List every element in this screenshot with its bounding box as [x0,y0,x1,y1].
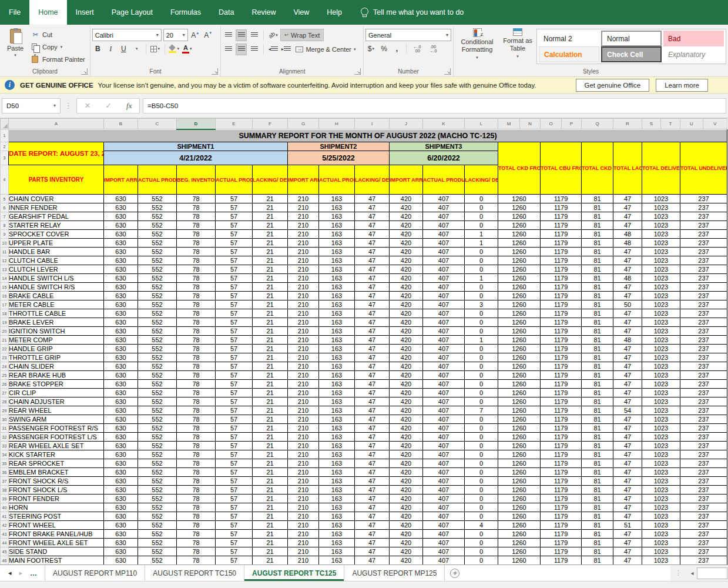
align-middle-button[interactable] [236,29,247,41]
cell[interactable]: 163 [319,433,355,442]
row-number[interactable]: 1 [1,129,9,142]
cell[interactable]: 1023 [642,327,680,336]
cell[interactable]: 81 [582,274,613,283]
cell[interactable]: 420 [390,486,423,495]
cell[interactable]: 47 [355,477,390,486]
part-name-cell[interactable]: STARTER RELAY [9,221,104,230]
cell[interactable]: 1023 [642,450,680,459]
cell[interactable]: 78 [177,424,216,433]
cancel-icon[interactable]: ✕ [84,101,90,110]
cell[interactable]: 420 [390,265,423,274]
cell[interactable]: 407 [423,283,465,292]
cell[interactable]: 0 [465,353,498,362]
cell[interactable]: 552 [138,495,177,503]
total-ckd-header-cell[interactable]: TOTAL CKD FROM SHIPMENT 1-3 AS OF 08/23/… [498,142,541,195]
cell[interactable]: 407 [423,389,465,397]
cell[interactable]: 47 [613,459,642,468]
cell[interactable]: 47 [613,265,642,274]
cell[interactable]: 78 [177,274,216,283]
cell[interactable]: 552 [138,389,177,397]
number-dialog-launcher[interactable]: ↘ [444,68,451,75]
cell[interactable]: 1260 [498,212,541,221]
cell[interactable]: 57 [216,521,253,530]
cell[interactable]: 57 [216,195,253,203]
cell[interactable]: 210 [288,203,319,212]
cell[interactable]: 1179 [541,248,582,256]
cell[interactable]: 407 [423,221,465,230]
row-number[interactable]: 8 [1,221,9,230]
shipment1-date-cell[interactable]: 4/21/2022 [104,151,288,165]
cell[interactable]: 163 [319,300,355,309]
header-cell[interactable]: ACTUAL PRODUCTION/ CBU [138,165,177,195]
cell[interactable]: 407 [423,442,465,450]
cell[interactable]: 47 [355,265,390,274]
part-name-cell[interactable]: REAR BRAKE HUB [9,371,104,380]
ribbon-tab-insert[interactable]: Insert [67,0,103,25]
cell[interactable]: 0 [465,556,498,565]
cell[interactable]: 1260 [498,300,541,309]
cell[interactable]: 57 [216,389,253,397]
cell[interactable]: 552 [138,274,177,283]
cell[interactable]: 163 [319,424,355,433]
cell[interactable]: 552 [138,265,177,274]
cell[interactable]: 1179 [541,530,582,539]
cell[interactable]: 21 [253,327,288,336]
number-format-select[interactable]: General ▾ [365,29,451,41]
ribbon-tab-review[interactable]: Review [243,0,284,25]
cell[interactable]: 47 [355,309,390,318]
cell[interactable]: 21 [253,415,288,424]
cell[interactable]: 1023 [642,397,680,406]
cell[interactable]: 81 [582,433,613,442]
column-header-G[interactable]: G [288,119,319,129]
column-header-T[interactable]: T [661,119,680,129]
cell[interactable]: 163 [319,283,355,292]
formula-input[interactable]: =B50-C50 [143,98,726,113]
part-name-cell[interactable]: SIDE STAND [9,547,104,556]
cell[interactable]: 78 [177,353,216,362]
cell[interactable]: 1023 [642,477,680,486]
tell-me-box[interactable]: Tell me what you want to do [360,0,464,25]
cell[interactable]: 237 [680,424,727,433]
cell[interactable]: 1260 [498,353,541,362]
insert-function-icon[interactable]: fx [126,101,132,111]
column-header-L[interactable]: L [465,119,498,129]
cell[interactable]: 50 [613,300,642,309]
cell[interactable]: 21 [253,212,288,221]
bold-button[interactable]: B [92,43,103,55]
cell[interactable]: 210 [288,433,319,442]
cell[interactable]: 163 [319,389,355,397]
cell[interactable]: 21 [253,300,288,309]
cell[interactable]: 48 [613,274,642,283]
font-dialog-launcher[interactable]: ↘ [212,68,218,75]
cell[interactable]: 0 [465,203,498,212]
cell[interactable]: 47 [613,283,642,292]
cell[interactable]: 81 [582,292,613,300]
cell[interactable]: 407 [423,424,465,433]
font-size-select[interactable]: 20 ▾ [163,29,188,41]
cell[interactable]: 78 [177,406,216,415]
report-title-cell[interactable]: SUMMARY REPORT FOR THE MONTH OF AUGUST 2… [9,129,727,142]
cell[interactable]: 57 [216,274,253,283]
cell[interactable]: 407 [423,212,465,221]
shipment2-header-cell[interactable]: SHIPMENT2 [288,142,390,151]
column-header-U[interactable]: U [680,119,703,129]
cell[interactable]: 81 [582,195,613,203]
cell[interactable]: 237 [680,459,727,468]
select-all-corner[interactable] [1,119,9,129]
cell[interactable]: 1023 [642,389,680,397]
align-bottom-button[interactable] [249,29,260,41]
part-name-cell[interactable]: EMBLEM BRACKET [9,468,104,477]
cell[interactable]: 237 [680,221,727,230]
cell[interactable]: 78 [177,459,216,468]
cell[interactable]: 630 [104,380,138,389]
cell[interactable]: 210 [288,389,319,397]
part-name-cell[interactable]: METER CABLE [9,300,104,309]
cell[interactable]: 21 [253,292,288,300]
cell[interactable]: 78 [177,371,216,380]
cell[interactable]: 210 [288,477,319,486]
header-cell[interactable]: LACKING/ DEFECTIVE [355,165,390,195]
cell[interactable]: 81 [582,477,613,486]
cell[interactable]: 630 [104,521,138,530]
cell[interactable]: 163 [319,203,355,212]
cell[interactable]: 57 [216,239,253,248]
